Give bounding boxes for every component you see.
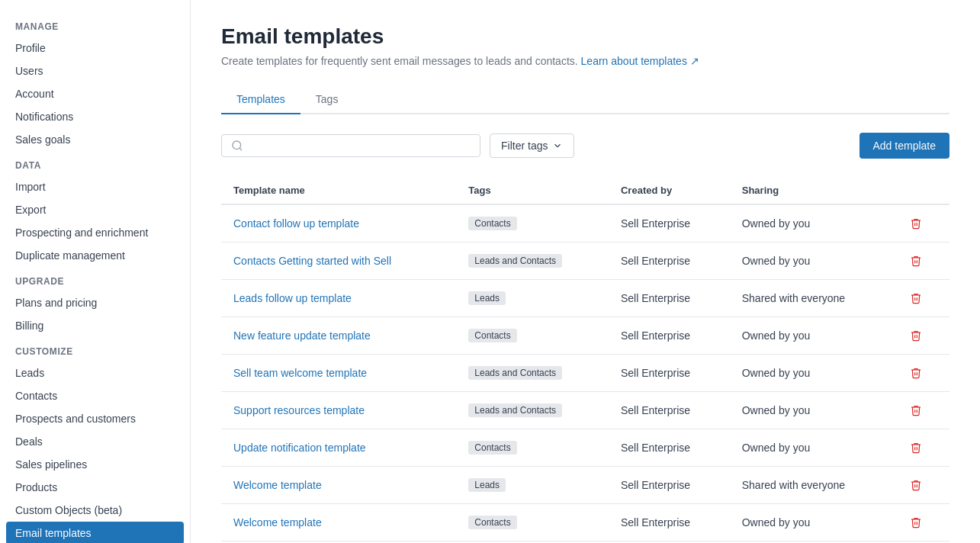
template-name[interactable]: Contact follow up template: [221, 204, 456, 243]
chevron-down-icon: [552, 140, 563, 151]
tag-badge: Leads: [468, 291, 506, 305]
template-created-by: Sell Enterprise: [609, 504, 730, 541]
template-created-by: Sell Enterprise: [609, 467, 730, 504]
sidebar-item-export[interactable]: Export: [0, 198, 190, 221]
sidebar-item-prospecting[interactable]: Prospecting and enrichment: [0, 221, 190, 244]
delete-template-button[interactable]: [907, 476, 925, 494]
filter-tags-button[interactable]: Filter tags: [490, 133, 574, 158]
tab-tags[interactable]: Tags: [300, 85, 354, 114]
template-delete-cell: [895, 317, 949, 355]
template-created-by: Sell Enterprise: [609, 280, 730, 317]
trash-icon: [910, 479, 922, 491]
table-row: Welcome templateContactsSell EnterpriseO…: [221, 504, 949, 541]
search-box: [221, 134, 480, 157]
template-name[interactable]: Leads follow up template: [221, 280, 456, 317]
templates-table: Template nameTagsCreated bySharing Conta…: [221, 177, 949, 541]
delete-template-button[interactable]: [907, 326, 925, 345]
sidebar: Manage ProfileUsersAccountNotificationsS…: [0, 0, 191, 543]
delete-template-button[interactable]: [907, 513, 925, 532]
template-delete-cell: [895, 504, 949, 541]
sidebar-item-sales-goals[interactable]: Sales goals: [0, 128, 190, 151]
filter-tags-label: Filter tags: [501, 140, 548, 152]
template-name[interactable]: Update notification template: [221, 429, 456, 467]
sidebar-section-upgrade: Upgrade: [0, 267, 190, 291]
table-row: Update notification templateContactsSell…: [221, 429, 949, 467]
template-sharing: Shared with everyone: [730, 467, 895, 504]
template-delete-cell: [895, 355, 949, 392]
table-row: Welcome templateLeadsSell EnterpriseShar…: [221, 467, 949, 504]
template-name[interactable]: Welcome template: [221, 504, 456, 541]
sidebar-item-billing[interactable]: Billing: [0, 314, 190, 337]
tag-badge: Leads and Contacts: [468, 254, 562, 268]
sidebar-item-custom-objects[interactable]: Custom Objects (beta): [0, 499, 190, 522]
template-sharing: Shared with everyone: [730, 280, 895, 317]
template-tag: Contacts: [456, 429, 609, 467]
sidebar-item-notifications[interactable]: Notifications: [0, 105, 190, 128]
table-row: Contacts Getting started with SellLeads …: [221, 243, 949, 280]
tag-badge: Leads and Contacts: [468, 403, 562, 417]
template-name[interactable]: New feature update template: [221, 317, 456, 355]
sidebar-item-import[interactable]: Import: [0, 175, 190, 198]
delete-template-button[interactable]: [907, 401, 925, 419]
template-created-by: Sell Enterprise: [609, 429, 730, 467]
template-delete-cell: [895, 392, 949, 429]
table-header: Template nameTagsCreated bySharing: [221, 177, 949, 204]
tab-templates[interactable]: Templates: [221, 85, 300, 114]
sidebar-item-contacts[interactable]: Contacts: [0, 384, 190, 407]
main-content: Email templates Create templates for fre…: [191, 0, 980, 543]
sidebar-item-email-templates[interactable]: Email templates: [6, 522, 184, 543]
table-row: New feature update templateContactsSell …: [221, 317, 949, 355]
template-sharing: Owned by you: [730, 429, 895, 467]
trash-icon: [910, 217, 922, 230]
template-sharing: Owned by you: [730, 504, 895, 541]
learn-link[interactable]: Learn about templates ↗: [581, 55, 699, 67]
template-tag: Leads and Contacts: [456, 392, 609, 429]
table-header-sharing: Sharing: [730, 177, 895, 204]
template-name[interactable]: Welcome template: [221, 467, 456, 504]
trash-icon: [910, 367, 922, 379]
template-sharing: Owned by you: [730, 392, 895, 429]
delete-template-button[interactable]: [907, 289, 925, 307]
sidebar-item-profile[interactable]: Profile: [0, 37, 190, 59]
template-name[interactable]: Sell team welcome template: [221, 355, 456, 392]
sidebar-item-deals[interactable]: Deals: [0, 430, 190, 453]
template-sharing: Owned by you: [730, 317, 895, 355]
svg-point-0: [233, 141, 241, 149]
sidebar-item-prospects[interactable]: Prospects and customers: [0, 407, 190, 430]
tag-badge: Contacts: [468, 516, 516, 529]
template-created-by: Sell Enterprise: [609, 243, 730, 280]
delete-template-button[interactable]: [907, 364, 925, 382]
template-sharing: Owned by you: [730, 204, 895, 243]
trash-icon: [910, 516, 922, 529]
tag-badge: Contacts: [468, 441, 516, 455]
page-subtitle: Create templates for frequently sent ema…: [221, 55, 949, 67]
delete-template-button[interactable]: [907, 439, 925, 457]
delete-template-button[interactable]: [907, 214, 925, 233]
search-icon: [231, 140, 243, 152]
sidebar-item-sales-pipelines[interactable]: Sales pipelines: [0, 453, 190, 476]
table-row: Sell team welcome templateLeads and Cont…: [221, 355, 949, 392]
sidebar-item-leads[interactable]: Leads: [0, 361, 190, 384]
delete-template-button[interactable]: [907, 252, 925, 270]
template-tag: Contacts: [456, 204, 609, 243]
template-created-by: Sell Enterprise: [609, 317, 730, 355]
tag-badge: Contacts: [468, 217, 516, 230]
sidebar-section-customize: Customize: [0, 337, 190, 361]
template-name[interactable]: Support resources template: [221, 392, 456, 429]
sidebar-item-users[interactable]: Users: [0, 59, 190, 82]
toolbar: Filter tags Add template: [221, 133, 949, 159]
sidebar-item-plans[interactable]: Plans and pricing: [0, 291, 190, 314]
sidebar-item-products[interactable]: Products: [0, 476, 190, 499]
page-title: Email templates: [221, 24, 949, 49]
sidebar-item-duplicate[interactable]: Duplicate management: [0, 244, 190, 267]
add-template-button[interactable]: Add template: [860, 133, 950, 159]
search-input[interactable]: [249, 140, 471, 152]
trash-icon: [910, 442, 922, 454]
template-name[interactable]: Contacts Getting started with Sell: [221, 243, 456, 280]
template-delete-cell: [895, 429, 949, 467]
sidebar-item-account[interactable]: Account: [0, 82, 190, 105]
template-tag: Leads and Contacts: [456, 243, 609, 280]
template-created-by: Sell Enterprise: [609, 392, 730, 429]
sidebar-customize-group: LeadsContactsProspects and customersDeal…: [0, 361, 190, 543]
sidebar-upgrade-group: Plans and pricingBilling: [0, 291, 190, 337]
